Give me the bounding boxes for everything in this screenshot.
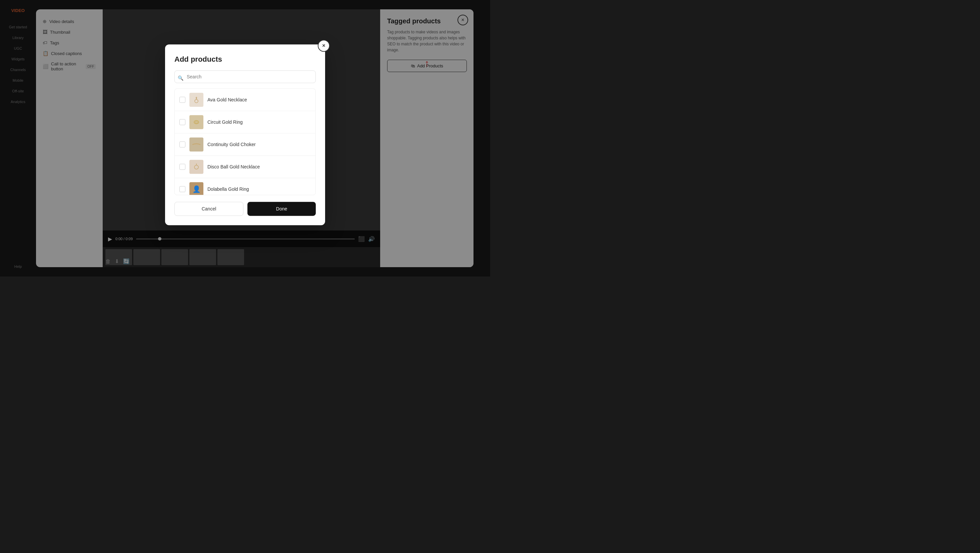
list-item[interactable]: Ava Gold Necklace [175, 89, 315, 111]
list-item[interactable]: Circuit Gold Ring [175, 111, 315, 134]
product-image-5: 👤 [189, 182, 204, 195]
product-name-5: Dolabella Gold Ring [207, 186, 249, 192]
modal-footer: Cancel Done [174, 202, 316, 216]
product-checkbox-3[interactable] [180, 142, 185, 147]
product-name-2: Circuit Gold Ring [207, 120, 243, 125]
product-checkbox-1[interactable] [180, 97, 185, 103]
svg-point-2 [195, 121, 198, 123]
product-checkbox-2[interactable] [180, 119, 185, 125]
product-image-3 [189, 137, 204, 151]
svg-point-0 [195, 99, 198, 103]
product-name-3: Continuity Gold Choker [207, 142, 256, 147]
product-list: Ava Gold Necklace Circuit Gold Ring Cont… [174, 88, 316, 195]
list-item[interactable]: 👤 Dolabella Gold Ring [175, 178, 315, 195]
product-name-4: Disco Ball Gold Necklace [207, 164, 260, 169]
product-image-2 [189, 115, 204, 129]
product-name-1: Ava Gold Necklace [207, 97, 247, 102]
svg-point-3 [194, 165, 199, 169]
search-wrapper: 🔍 [174, 70, 316, 86]
product-checkbox-4[interactable] [180, 164, 185, 170]
cancel-button[interactable]: Cancel [174, 202, 243, 216]
modal-title: Add products [174, 55, 316, 64]
svg-point-1 [194, 120, 199, 124]
list-item[interactable]: Continuity Gold Choker [175, 134, 315, 156]
product-search-input[interactable] [174, 70, 316, 83]
product-image-1 [189, 93, 204, 107]
search-icon: 🔍 [178, 75, 183, 81]
modal-close-button[interactable]: × [318, 40, 330, 52]
done-button[interactable]: Done [247, 202, 316, 216]
add-products-modal: × Add products 🔍 Ava Gold Necklace Circu… [165, 45, 325, 225]
list-item[interactable]: Disco Ball Gold Necklace [175, 156, 315, 178]
product-checkbox-5[interactable] [180, 186, 185, 192]
product-image-4 [189, 160, 204, 174]
